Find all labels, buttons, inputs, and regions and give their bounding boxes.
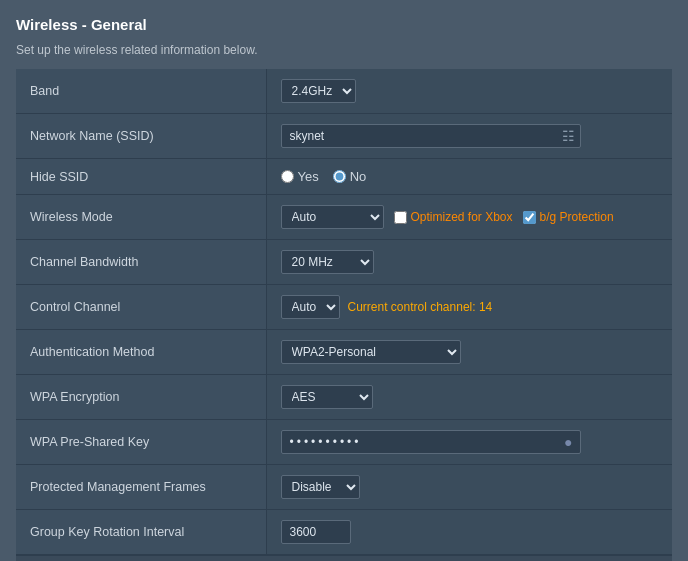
wireless-mode-select[interactable]: Auto N only B/G/N mixed: [281, 205, 384, 229]
hide-ssid-yes-text: Yes: [298, 169, 319, 184]
hide-ssid-row: Hide SSID Yes No: [16, 159, 672, 195]
xbox-label-text: Optimized for Xbox: [411, 210, 513, 224]
control-channel-row: Control Channel Auto 1 6 11 14 Current c…: [16, 285, 672, 330]
channel-bandwidth-row: Channel Bandwidth 20 MHz 40 MHz 20/40 MH…: [16, 240, 672, 285]
hide-ssid-no-radio[interactable]: [333, 170, 346, 183]
pmf-row: Protected Management Frames Disable Enab…: [16, 465, 672, 510]
auth-method-label: Authentication Method: [16, 330, 266, 375]
wpa-key-row: WPA Pre-Shared Key ●: [16, 420, 672, 465]
group-key-label: Group Key Rotation Interval: [16, 510, 266, 555]
control-channel-group: Auto 1 6 11 14 Current control channel: …: [281, 295, 659, 319]
wpa-key-input[interactable]: [281, 430, 581, 454]
band-row: Band 2.4GHz 5GHz: [16, 69, 672, 114]
band-select[interactable]: 2.4GHz 5GHz: [281, 79, 356, 103]
hide-ssid-group: Yes No: [281, 169, 659, 184]
hide-ssid-no-text: No: [350, 169, 367, 184]
bg-protection-label[interactable]: b/g Protection: [523, 210, 614, 224]
pmf-label: Protected Management Frames: [16, 465, 266, 510]
pmf-select[interactable]: Disable Enable Capable: [281, 475, 360, 499]
wpa-encryption-select[interactable]: AES TKIP TKIP+AES: [281, 385, 373, 409]
bg-protection-checkbox[interactable]: [523, 211, 536, 224]
band-value: 2.4GHz 5GHz: [266, 69, 672, 114]
channel-bandwidth-select[interactable]: 20 MHz 40 MHz 20/40 MHz: [281, 250, 374, 274]
auth-method-select[interactable]: WPA2-Personal WPA-Personal WPA2-Enterpri…: [281, 340, 461, 364]
channel-bandwidth-label: Channel Bandwidth: [16, 240, 266, 285]
wpa-encryption-row: WPA Encryption AES TKIP TKIP+AES: [16, 375, 672, 420]
band-label: Band: [16, 69, 266, 114]
wireless-mode-controls: Auto N only B/G/N mixed Optimized for Xb…: [281, 205, 659, 229]
xbox-checkbox-label[interactable]: Optimized for Xbox: [394, 210, 513, 224]
wireless-mode-label: Wireless Mode: [16, 195, 266, 240]
ssid-icon: ☷: [562, 128, 575, 144]
group-key-input[interactable]: [281, 520, 351, 544]
key-icon: ●: [564, 434, 572, 450]
control-channel-select[interactable]: Auto 1 6 11 14: [281, 295, 340, 319]
auth-method-row: Authentication Method WPA2-Personal WPA-…: [16, 330, 672, 375]
wpa-key-wrapper: ●: [281, 430, 581, 454]
current-channel-text: Current control channel: 14: [348, 300, 493, 314]
bg-protection-text: b/g Protection: [540, 210, 614, 224]
wpa-key-label: WPA Pre-Shared Key: [16, 420, 266, 465]
group-key-row: Group Key Rotation Interval: [16, 510, 672, 555]
xbox-checkbox[interactable]: [394, 211, 407, 224]
control-channel-label: Control Channel: [16, 285, 266, 330]
apply-row: Apply: [16, 555, 672, 561]
ssid-label: Network Name (SSID): [16, 114, 266, 159]
ssid-row: Network Name (SSID) ☷: [16, 114, 672, 159]
hide-ssid-no-label[interactable]: No: [333, 169, 367, 184]
hide-ssid-yes-label[interactable]: Yes: [281, 169, 319, 184]
hide-ssid-label: Hide SSID: [16, 159, 266, 195]
hide-ssid-yes-radio[interactable]: [281, 170, 294, 183]
wpa-encryption-label: WPA Encryption: [16, 375, 266, 420]
page-title: Wireless - General: [16, 16, 672, 33]
wireless-mode-row: Wireless Mode Auto N only B/G/N mixed Op…: [16, 195, 672, 240]
ssid-input-wrapper: ☷: [281, 124, 581, 148]
page-subtitle: Set up the wireless related information …: [16, 43, 672, 57]
ssid-input[interactable]: [281, 124, 581, 148]
